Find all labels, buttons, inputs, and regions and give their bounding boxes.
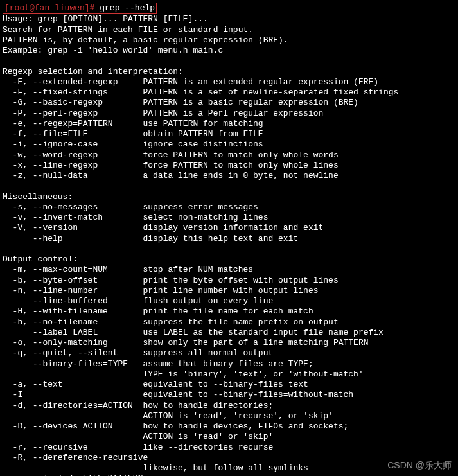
option-line-0-0: -E, --extended-regexp PATTERN is an exte… (3, 77, 455, 87)
option-line-2-13: -d, --directories=ACTION how to handle d… (3, 401, 455, 411)
option-line-2-8: -q, --quiet, --silent suppress all norma… (3, 348, 455, 358)
option-line-0-8: -x, --line-regexp force PATTERN to match… (3, 161, 455, 171)
option-line-0-9: -z, --null-data a data line ends in 0 by… (3, 171, 455, 181)
option-line-2-5: -h, --no-filename suppress the file name… (3, 317, 455, 328)
prompt-line: [root@fan liuwen]# grep --help (3, 3, 455, 14)
option-line-2-16: ACTION is 'read' or 'skip' (3, 432, 455, 442)
option-line-2-1: -b, --byte-offset print the byte offset … (3, 276, 455, 286)
watermark-text: CSDN @乐大师 (387, 460, 452, 472)
section-title-2: Output control: (3, 254, 455, 265)
prompt-command[interactable]: grep --help (100, 3, 155, 13)
section-title-1: Miscellaneous: (3, 192, 455, 202)
option-line-2-9: --binary-files=TYPE assume that binary f… (3, 359, 455, 369)
option-line-0-2: -G, --basic-regexp PATTERN is a basic re… (3, 98, 455, 108)
option-line-2-10: TYPE is 'binary', 'text', or 'without-ma… (3, 369, 455, 380)
prompt-user-host: [root@fan liuwen]# (4, 3, 94, 13)
option-line-2-2: -n, --line-number print line number with… (3, 286, 455, 296)
option-line-1-1: -v, --invert-match select non-matching l… (3, 213, 455, 223)
option-line-0-3: -P, --perl-regexp PATTERN is a Perl regu… (3, 109, 455, 119)
option-line-2-4: -H, --with-filename print the file name … (3, 306, 455, 317)
option-line-2-7: -o, --only-matching show only the part o… (3, 338, 455, 348)
option-line-2-3: --line-buffered flush output on every li… (3, 296, 455, 306)
intro-line-2: PATTERN is, by default, a basic regular … (3, 35, 455, 46)
option-line-2-0: -m, --max-count=NUM stop after NUM match… (3, 265, 455, 275)
option-line-1-3: --help display this help text and exit (3, 234, 455, 244)
option-line-2-14: ACTION is 'read', 'recurse', or 'skip' (3, 411, 455, 421)
blank-line (3, 56, 455, 66)
option-line-0-5: -f, --file=FILE obtain PATTERN from FILE (3, 129, 455, 139)
option-line-0-6: -i, --ignore-case ignore case distinctio… (3, 139, 455, 150)
option-line-2-6: --label=LABEL use LABEL as the standard … (3, 328, 455, 338)
option-line-0-4: -e, --regexp=PATTERN use PATTERN for mat… (3, 119, 455, 129)
intro-line-3: Example: grep -i 'hello world' menu.h ma… (3, 46, 455, 56)
blank-line (3, 181, 455, 191)
option-line-1-0: -s, --no-messages suppress error message… (3, 202, 455, 213)
option-line-0-1: -F, --fixed-strings PATTERN is a set of … (3, 87, 455, 98)
option-line-0-7: -w, --word-regexp force PATTERN to match… (3, 150, 455, 161)
option-line-2-12: -I equivalent to --binary-files=without-… (3, 390, 455, 400)
option-line-2-20: --include=FILE_PATTERN (3, 473, 455, 476)
blank-line (3, 244, 455, 254)
terminal-window[interactable]: [root@fan liuwen]# grep --helpUsage: gre… (3, 3, 455, 476)
section-title-0: Regexp selection and interpretation: (3, 67, 455, 77)
option-line-2-17: -r, --recursive like --directories=recur… (3, 443, 455, 453)
intro-line-1: Search for PATTERN in each FILE or stand… (3, 25, 455, 35)
option-line-1-2: -V, --version display version informatio… (3, 223, 455, 233)
prompt-highlight-box: [root@fan liuwen]# grep --help (3, 3, 157, 14)
option-line-2-11: -a, --text equivalent to --binary-files=… (3, 380, 455, 390)
intro-line-0: Usage: grep [OPTION]... PATTERN [FILE]..… (3, 14, 455, 24)
option-line-2-15: -D, --devices=ACTION how to handle devic… (3, 421, 455, 432)
